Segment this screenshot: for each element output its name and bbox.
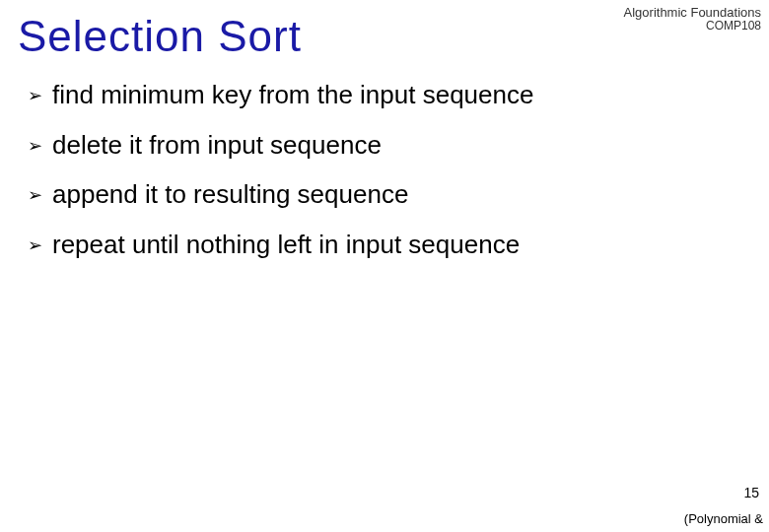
bullet-icon: ➢ bbox=[28, 234, 42, 257]
bullet-list: ➢ find minimum key from the input sequen… bbox=[28, 79, 749, 278]
course-title: Algorithmic Foundations bbox=[624, 6, 761, 20]
bullet-text: delete it from input sequence bbox=[52, 129, 382, 162]
slide: Algorithmic Foundations COMP108 Selectio… bbox=[0, 0, 769, 532]
list-item: ➢ delete it from input sequence bbox=[28, 129, 749, 162]
page-number: 15 bbox=[743, 485, 759, 500]
course-code: COMP108 bbox=[624, 20, 761, 33]
header-right: Algorithmic Foundations COMP108 bbox=[624, 6, 761, 33]
footer-note: (Polynomial & bbox=[684, 511, 763, 526]
bullet-text: repeat until nothing left in input seque… bbox=[52, 229, 520, 261]
bullet-icon: ➢ bbox=[28, 135, 42, 158]
list-item: ➢ repeat until nothing left in input seq… bbox=[28, 229, 749, 261]
page-title: Selection Sort bbox=[18, 12, 302, 61]
list-item: ➢ find minimum key from the input sequen… bbox=[28, 79, 749, 111]
bullet-icon: ➢ bbox=[28, 184, 42, 207]
bullet-text: append it to resulting sequence bbox=[52, 178, 408, 211]
list-item: ➢ append it to resulting sequence bbox=[28, 178, 749, 211]
bullet-icon: ➢ bbox=[28, 85, 42, 107]
bullet-text: find minimum key from the input sequence bbox=[52, 79, 533, 111]
